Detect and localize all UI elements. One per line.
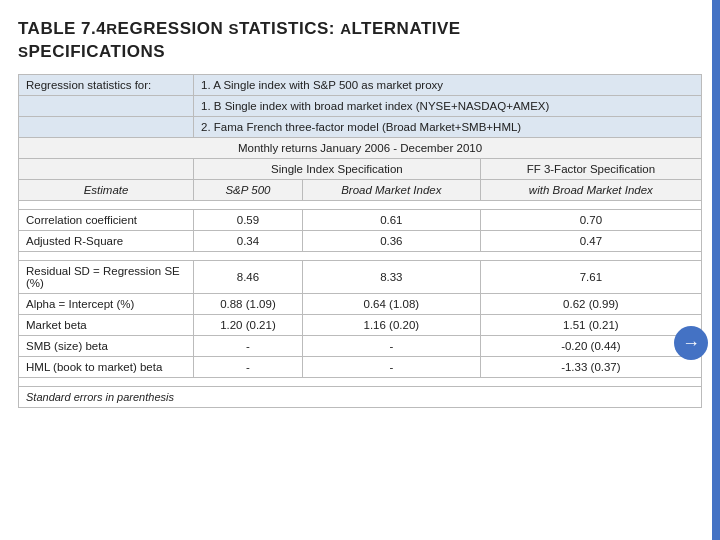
spec-1b-label: 1. B Single index with broad market inde… bbox=[194, 95, 702, 116]
footnote-row: Standard errors in parenthesis bbox=[19, 386, 702, 407]
empty-cell-1b bbox=[19, 95, 194, 116]
sp500-label: S&P 500 bbox=[194, 179, 303, 200]
table-row: HML (book to market) beta - - -1.33 (0.3… bbox=[19, 356, 702, 377]
reg-stats-label: Regression statistics for: bbox=[19, 74, 194, 95]
alpha-label: Alpha = Intercept (%) bbox=[19, 293, 194, 314]
corr-broad: 0.61 bbox=[302, 209, 480, 230]
corr-label: Correlation coefficient bbox=[19, 209, 194, 230]
with-broad-label: with Broad Market Index bbox=[480, 179, 701, 200]
market-beta-label: Market beta bbox=[19, 314, 194, 335]
table-row: Market beta 1.20 (0.21) 1.16 (0.20) 1.51… bbox=[19, 314, 702, 335]
blank-row-3 bbox=[19, 377, 702, 386]
table-row: Residual SD = Regression SE (%) 8.46 8.3… bbox=[19, 260, 702, 293]
rsquare-sp500: 0.34 bbox=[194, 230, 303, 251]
residual-broad: 8.33 bbox=[302, 260, 480, 293]
broad-label: Broad Market Index bbox=[302, 179, 480, 200]
hml-broad: - bbox=[302, 356, 480, 377]
spec-type-row: Single Index Specification FF 3-Factor S… bbox=[19, 158, 702, 179]
corr-sp500: 0.59 bbox=[194, 209, 303, 230]
header-row-1b: 1. B Single index with broad market inde… bbox=[19, 95, 702, 116]
blank-row-2 bbox=[19, 251, 702, 260]
alpha-ff: 0.62 (0.99) bbox=[480, 293, 701, 314]
smb-sp500: - bbox=[194, 335, 303, 356]
alpha-broad: 0.64 (1.08) bbox=[302, 293, 480, 314]
empty-cell-2 bbox=[19, 116, 194, 137]
header-row-1a: Regression statistics for: 1. A Single i… bbox=[19, 74, 702, 95]
monthly-returns-label: Monthly returns January 2006 - December … bbox=[19, 137, 702, 158]
right-border-decoration bbox=[712, 0, 720, 540]
spec-1a-label: 1. A Single index with S&P 500 as market… bbox=[194, 74, 702, 95]
navigation-button[interactable]: → bbox=[674, 326, 708, 360]
market-beta-ff: 1.51 (0.21) bbox=[480, 314, 701, 335]
hml-ff: -1.33 (0.37) bbox=[480, 356, 701, 377]
estimate-row: Estimate S&P 500 Broad Market Index with… bbox=[19, 179, 702, 200]
table-row: Alpha = Intercept (%) 0.88 (1.09) 0.64 (… bbox=[19, 293, 702, 314]
residual-label: Residual SD = Regression SE (%) bbox=[19, 260, 194, 293]
blank-row-1 bbox=[19, 200, 702, 209]
page-title: Table 7.4Regression Statistics: Alternat… bbox=[18, 18, 702, 64]
smb-label: SMB (size) beta bbox=[19, 335, 194, 356]
header-row-2: 2. Fama French three-factor model (Broad… bbox=[19, 116, 702, 137]
empty-cell-spec bbox=[19, 158, 194, 179]
table-row: Correlation coefficient 0.59 0.61 0.70 bbox=[19, 209, 702, 230]
hml-sp500: - bbox=[194, 356, 303, 377]
table-row: SMB (size) beta - - -0.20 (0.44) bbox=[19, 335, 702, 356]
single-index-spec-label: Single Index Specification bbox=[194, 158, 481, 179]
ff-spec-label: FF 3-Factor Specification bbox=[480, 158, 701, 179]
estimate-label: Estimate bbox=[19, 179, 194, 200]
residual-sp500: 8.46 bbox=[194, 260, 303, 293]
residual-ff: 7.61 bbox=[480, 260, 701, 293]
regression-table: Regression statistics for: 1. A Single i… bbox=[18, 74, 702, 408]
hml-label: HML (book to market) beta bbox=[19, 356, 194, 377]
corr-ff: 0.70 bbox=[480, 209, 701, 230]
market-beta-broad: 1.16 (0.20) bbox=[302, 314, 480, 335]
smb-ff: -0.20 (0.44) bbox=[480, 335, 701, 356]
alpha-sp500: 0.88 (1.09) bbox=[194, 293, 303, 314]
smb-broad: - bbox=[302, 335, 480, 356]
market-beta-sp500: 1.20 (0.21) bbox=[194, 314, 303, 335]
footnote-text: Standard errors in parenthesis bbox=[19, 386, 702, 407]
spec-2-label: 2. Fama French three-factor model (Broad… bbox=[194, 116, 702, 137]
monthly-returns-row: Monthly returns January 2006 - December … bbox=[19, 137, 702, 158]
rsquare-broad: 0.36 bbox=[302, 230, 480, 251]
rsquare-label: Adjusted R-Square bbox=[19, 230, 194, 251]
table-row: Adjusted R-Square 0.34 0.36 0.47 bbox=[19, 230, 702, 251]
rsquare-ff: 0.47 bbox=[480, 230, 701, 251]
